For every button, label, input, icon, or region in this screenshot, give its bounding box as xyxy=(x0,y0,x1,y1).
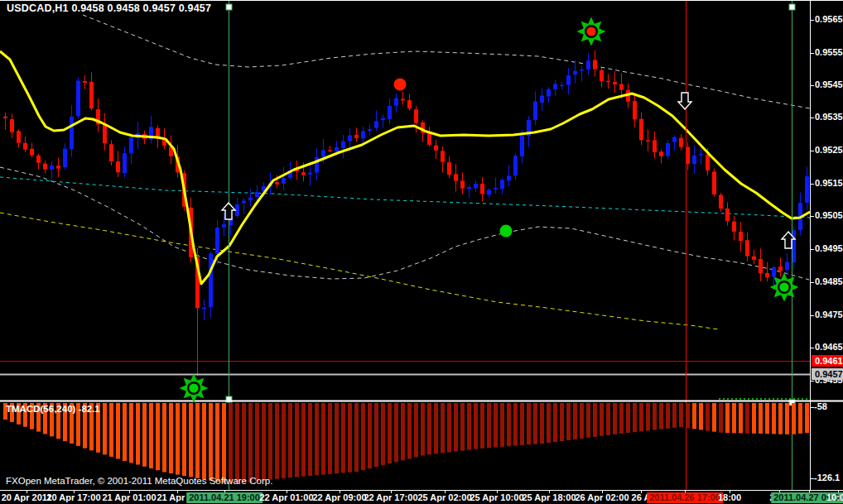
price-tick-label: 0.9535 xyxy=(815,112,843,122)
bid-price-badge: 0.9461 xyxy=(812,355,843,367)
price-tick-label: 0.9565 xyxy=(815,14,843,25)
dot-signal-icon xyxy=(500,225,513,238)
price-tick-label: 0.9465 xyxy=(815,342,843,353)
lower-band-white xyxy=(0,167,809,280)
vline-time-badge-red: 2011.04.26 17:00 xyxy=(647,492,723,503)
time-axis-label: 22 Apr 01:00 xyxy=(259,492,313,503)
price-tick-label: 0.9505 xyxy=(815,210,843,221)
indicator-bands xyxy=(0,15,810,329)
secondary-price-badge: 0.9457 xyxy=(812,368,843,380)
time-axis-label: 18:00 xyxy=(718,492,741,503)
time-axis-label: 25 Apr 10:00 xyxy=(470,492,523,503)
time-axis-label: 21 Apr 01:00 xyxy=(102,492,156,503)
price-tick-label: 0.9475 xyxy=(815,310,843,320)
arrow-down-icon xyxy=(678,93,691,109)
price-tick-label: 0.9545 xyxy=(815,79,843,90)
dot-signal-icon xyxy=(394,79,407,91)
price-tick-label: 0.9485 xyxy=(815,276,843,287)
time-axis-label: 20 Apr 17:00 xyxy=(46,492,100,503)
signal-markers xyxy=(180,17,799,403)
tmacd-histogram xyxy=(3,403,809,483)
indicator-name-label: TMACD(56,240) -82.1 xyxy=(6,404,100,415)
time-axis-label: 22 Apr 09:00 xyxy=(312,492,366,503)
time-axis-label: 10:00 xyxy=(826,492,843,503)
copyright-text: FXOpen MetaTrader, © 2001-2011 MetaQuote… xyxy=(6,476,272,487)
price-tick-label: 0.9525 xyxy=(815,145,843,156)
chart-symbol-title: USDCAD,H1 0.9458 0.9458 0.9457 0.9457 xyxy=(7,3,211,14)
vline-handle[interactable] xyxy=(226,4,232,10)
indicator-tick-label: -58 xyxy=(814,401,827,412)
vline-handle[interactable] xyxy=(789,4,795,10)
price-tick-label: 0.9515 xyxy=(815,178,843,189)
lower-band-yellow xyxy=(0,213,719,329)
center-line-cyan xyxy=(0,177,810,218)
vline-time-badge-green: 2011.04.21 19:00 xyxy=(186,492,263,503)
time-axis-label: 25 Apr 18:00 xyxy=(522,492,576,503)
price-tick-label: 0.9555 xyxy=(815,47,843,58)
mt4-chart-window: USDCAD,H1 0.9458 0.9458 0.9457 0.9457 TM… xyxy=(0,0,843,504)
indicator-tick-label: -126.1 xyxy=(814,473,840,483)
time-axis-label: 25 Apr 02:00 xyxy=(417,492,471,503)
time-axis-label: 26 Apr 02:00 xyxy=(575,492,629,503)
price-lines xyxy=(0,362,810,375)
time-axis-label: 22 Apr 17:00 xyxy=(364,492,417,503)
upper-band-white xyxy=(83,15,810,108)
chart-canvas[interactable] xyxy=(0,0,843,504)
price-tick-label: 0.9495 xyxy=(815,243,843,254)
time-axis-label: 20 Apr 2011 xyxy=(2,492,52,503)
